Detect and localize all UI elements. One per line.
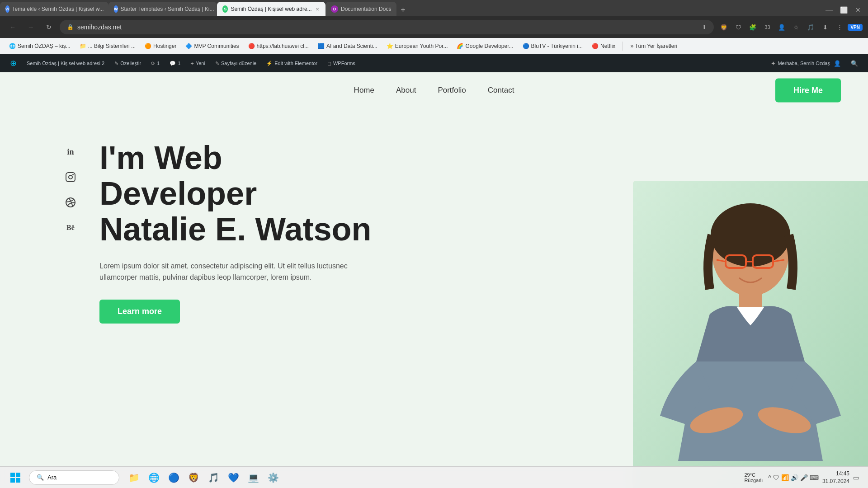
behance-icon[interactable]: Bē [63, 221, 78, 235]
bookmark-5-label: https://lab.huawei cl... [257, 43, 309, 49]
bookmark-7[interactable]: ⭐ European Youth Por... [383, 41, 452, 51]
music-icon[interactable]: 🎵 [804, 21, 817, 33]
system-tray-icons: ^ 🛡 📶 🔊 🎤 ⌨ [768, 474, 819, 481]
instagram-icon[interactable] [63, 170, 78, 184]
bookmark-1-icon: 🌐 [9, 43, 16, 49]
file-explorer-app[interactable]: 📁 [125, 469, 143, 487]
search-admin-item[interactable]: 🔍 [846, 54, 863, 72]
tab-1-title: Tema ekle ‹ Semih Özdaş | Kişisel w... [12, 6, 104, 12]
bookmark-9[interactable]: 🔵 BluTV - Türkiyenin i... [519, 41, 586, 51]
bookmark-1[interactable]: 🌐 Semih ÖZDAŞ – kiş... [5, 41, 74, 51]
comments-item[interactable]: 💬 1 [165, 54, 185, 72]
tab-3-title: Semih Özdaş | Kişisel web adre... [231, 6, 311, 12]
address-text: semihozdas.net [77, 23, 698, 31]
wp-logo-icon: ⊕ [10, 58, 17, 68]
minimize-button[interactable]: — [823, 4, 835, 16]
page-edit-item[interactable]: ✎ Sayfayı düzenle [211, 54, 261, 72]
bookmark-5[interactable]: 🔴 https://lab.huawei cl... [245, 41, 312, 51]
star-icon[interactable]: ☆ [790, 21, 802, 33]
bookmark-3-label: Hostinger [153, 43, 176, 49]
chrome-app[interactable]: 🌐 [145, 469, 163, 487]
profile-icon[interactable]: 👤 [775, 21, 788, 33]
comments-count: 1 [178, 61, 180, 66]
site-name-item[interactable]: Semih Özdaş | Kişisel web adresi 2 [22, 54, 109, 72]
start-button[interactable] [5, 468, 25, 488]
tab-1[interactable]: W Tema ekle ‹ Semih Özdaş | Kişisel w... [0, 2, 108, 16]
bookmark-3[interactable]: 🟠 Hostinger [141, 41, 180, 51]
back-button[interactable]: ← [5, 20, 20, 34]
bookmark-separator [623, 42, 623, 51]
edge-app[interactable]: 🔵 [165, 469, 183, 487]
bookmark-4-icon: 🔷 [185, 43, 192, 49]
toolbar-icons: 🦁 🛡 🧩 33 👤 ☆ 🎵 ⬇ ⋮ VPN [717, 21, 863, 33]
hero-section: in Bē I'm Web Developer [0, 108, 868, 488]
nav-contact[interactable]: Contact [488, 86, 514, 95]
site-name: Semih Özdaş | Kişisel web adresi 2 [27, 61, 104, 66]
weather-widget: 29°C Rüzgarlı [744, 472, 763, 483]
extensions-icon[interactable]: 🧩 [746, 21, 759, 33]
learn-more-button[interactable]: Learn more [99, 300, 180, 324]
dribbble-icon[interactable] [63, 195, 78, 210]
bookmark-all[interactable]: » Tüm Yer İşaretleri [627, 41, 681, 51]
browser-chrome: W Tema ekle ‹ Semih Özdaş | Kişisel w...… [0, 0, 868, 72]
updates-item[interactable]: ⟳ 1 [146, 54, 164, 72]
greeting-text: Merhaba, Semih Özdaş [778, 61, 830, 66]
forward-button[interactable]: → [24, 20, 38, 34]
show-desktop-button[interactable]: ▭ [853, 474, 859, 481]
close-button[interactable]: ✕ [852, 4, 864, 16]
bookmark-2-label: ... Bilgi Sistemleri ... [88, 43, 136, 49]
volume-icon[interactable]: 🔊 [791, 474, 798, 481]
tab-3-close[interactable]: ✕ [315, 5, 320, 13]
wp-logo-item[interactable]: ⊕ [5, 54, 21, 72]
linkedin-icon[interactable]: in [63, 145, 78, 159]
wp-admin-bar: ⊕ Semih Özdaş | Kişisel web adresi 2 ✎ Ö… [0, 54, 868, 72]
address-bar[interactable]: 🔒 semihozdas.net ⬆ [60, 20, 714, 34]
nav-home[interactable]: Home [354, 86, 374, 95]
reload-button[interactable]: ↻ [42, 20, 56, 34]
hero-title-line1: I'm Web [99, 140, 371, 176]
svg-rect-17 [10, 473, 15, 477]
customize-item[interactable]: ✎ Özelleştir [110, 54, 146, 72]
bookmark-2[interactable]: 📁 ... Bilgi Sistemleri ... [76, 41, 139, 51]
spotify-app[interactable]: 🎵 [204, 469, 222, 487]
stars-icon: ✦ [771, 60, 776, 67]
customize-label: Özelleştir [120, 61, 141, 66]
tab-2[interactable]: W Starter Templates ‹ Semih Özdaş | Ki..… [108, 2, 217, 16]
tab-3[interactable]: S Semih Özdaş | Kişisel web adre... ✕ [217, 2, 326, 16]
elementor-item[interactable]: ⚡ Edit with Elementor [262, 54, 322, 72]
vscode-app[interactable]: 💙 [224, 469, 242, 487]
customize-icon: ✎ [114, 61, 118, 66]
mic-icon[interactable]: 🎤 [800, 474, 808, 481]
brave-app[interactable]: 🦁 [184, 469, 203, 487]
network-icon[interactable]: 📶 [781, 474, 789, 481]
new-tab-button[interactable]: + [396, 4, 409, 16]
antivirus-icon[interactable]: 🛡 [773, 474, 779, 481]
bookmark-6[interactable]: 🟦 AI and Data Scienti... [314, 41, 381, 51]
weather-temp: 29°C [744, 472, 763, 478]
nav-portfolio[interactable]: Portfolio [438, 86, 466, 95]
hire-me-button[interactable]: Hire Me [775, 79, 841, 103]
maximize-button[interactable]: ⬜ [837, 4, 850, 16]
tray-expand-icon[interactable]: ^ [768, 474, 771, 481]
taskbar-clock[interactable]: 14:45 31.07.2024 [822, 470, 849, 485]
nav-about[interactable]: About [396, 86, 416, 95]
bookmark-8[interactable]: 🌈 Google Developer... [453, 41, 517, 51]
greeting-item[interactable]: ✦ Merhaba, Semih Özdaş 👤 [766, 54, 845, 72]
bookmark-4[interactable]: 🔷 MVP Communities [182, 41, 242, 51]
shield-icon[interactable]: 🛡 [732, 21, 745, 33]
wpforms-item[interactable]: ◻ WPForms [323, 54, 360, 72]
settings-icon[interactable]: ⋮ [833, 21, 846, 33]
taskbar-search[interactable]: 🔍 Ara [29, 470, 119, 485]
taskbar-apps: 📁 🌐 🔵 🦁 🎵 💙 💻 ⚙️ [125, 469, 282, 487]
kb-icon[interactable]: ⌨ [810, 474, 819, 481]
brave-icon[interactable]: 🦁 [717, 21, 730, 33]
vpn-badge[interactable]: VPN [848, 24, 863, 31]
new-item[interactable]: + Yeni [186, 54, 210, 72]
settings-app[interactable]: ⚙️ [264, 469, 282, 487]
tab-4[interactable]: D Documentation Docs [326, 2, 396, 16]
bookmark-10[interactable]: 🔴 Netflix [588, 41, 619, 51]
terminal-app[interactable]: 💻 [244, 469, 262, 487]
nav-links: Home About Portfolio Contact [354, 86, 514, 95]
tab-4-title: Documentation Docs [341, 6, 391, 12]
download-icon[interactable]: ⬇ [819, 21, 831, 33]
